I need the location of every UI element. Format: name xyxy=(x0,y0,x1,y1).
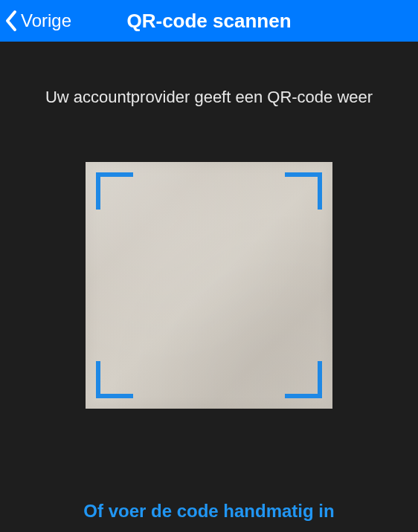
scan-corner-br xyxy=(285,361,322,398)
header-bar: Vorige QR-code scannen xyxy=(0,0,418,42)
instruction-text: Uw accountprovider geeft een QR-code wee… xyxy=(0,88,418,107)
chevron-left-icon xyxy=(4,10,18,32)
back-label: Vorige xyxy=(21,10,71,31)
qr-scan-viewport[interactable] xyxy=(86,162,332,409)
enter-code-manually-link[interactable]: Of voer de code handmatig in xyxy=(0,501,418,522)
scan-corner-bl xyxy=(96,361,133,398)
body-overlay: Uw accountprovider geeft een QR-code wee… xyxy=(0,42,418,532)
scan-corner-tr xyxy=(285,172,322,210)
scan-corner-tl xyxy=(96,172,133,210)
back-button[interactable]: Vorige xyxy=(0,10,71,32)
